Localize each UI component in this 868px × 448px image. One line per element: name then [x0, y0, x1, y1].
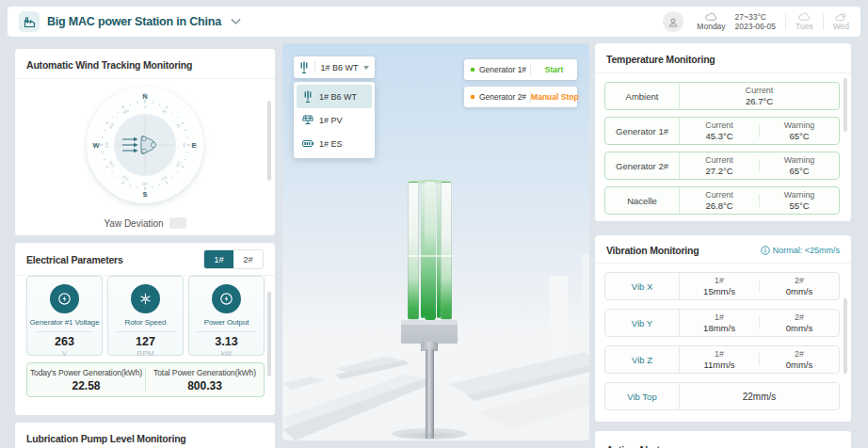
cell-key: 2# [760, 349, 839, 360]
generator-1-control[interactable]: Generator 1# Start [464, 59, 577, 80]
weather-day2[interactable]: Tues [796, 12, 813, 32]
temp-row-nacelle: Nacelle Current26.8°C Warning55°C [604, 186, 840, 215]
cell-key: Current [680, 190, 759, 201]
metric-label: Power Output [189, 318, 264, 328]
cell-value: 65°C [760, 131, 839, 142]
wind-tracking-panel: Automatic Wind Tracking Monitoring 03060… [15, 49, 275, 235]
cell-key: Current [680, 120, 759, 132]
voltage-icon [50, 284, 79, 313]
power-generation-summary: Today's Power Generation(kWh) 22.58 Tota… [26, 362, 265, 397]
yaw-deviation-label: Yaw Deviation [104, 218, 163, 229]
temperature-panel: Temperature Monitoring Ambient Current26… [595, 43, 851, 221]
cell-value: 65°C [760, 166, 839, 177]
lubrication-panel: Lubrication Pump Level Monitoring [15, 423, 275, 448]
scrollbar[interactable] [267, 292, 271, 376]
svg-text:S: S [142, 190, 147, 199]
temp-row-ambient: Ambient Current26.7°C [604, 82, 840, 110]
cell-value: 22mm/s [680, 392, 839, 402]
cloud-icon [798, 12, 811, 22]
vib-row-x: Vib X 1#15mm/s 2#0mm/s [604, 272, 840, 300]
scrollbar[interactable] [267, 101, 271, 181]
scrollbar[interactable] [844, 78, 847, 132]
metric-card-rotor: Rotor Speed 127 RPM [107, 276, 184, 356]
header-bar: Big MAC power Station in China Monday 27… [8, 7, 860, 37]
metric-label: Generator #1 Voltage [27, 318, 102, 328]
cell-value: 18mm/s [680, 323, 759, 334]
row-label: Vib Y [605, 318, 679, 328]
vibration-normal-note: Normal: <25mm/s [761, 246, 840, 255]
weather-today: Monday [697, 12, 725, 32]
cell-value: 26.7°C [680, 96, 839, 107]
cell-key: Warning [760, 155, 839, 167]
metric-unit: kW [189, 349, 264, 358]
scrollbar[interactable] [844, 298, 847, 374]
status-dot [471, 95, 474, 99]
row-label: Vib Top [605, 392, 679, 402]
generator-2-action[interactable]: Manual Stop [531, 92, 579, 102]
electrical-panel: Electrical Parameters 1# 2# Generator #1… [15, 243, 275, 415]
avatar[interactable] [663, 11, 683, 32]
dropdown-caret-icon [363, 66, 369, 70]
device-option-es[interactable]: 1# ES [297, 132, 372, 155]
generator-2-label: Generator 2# [479, 92, 526, 102]
compass: 0306090120150180210240270300330 N E S W [87, 87, 203, 203]
today-generation-label: Today's Power Generation(kWh) [27, 368, 145, 377]
generator-2-control[interactable]: Generator 2# Manual Stop [464, 87, 577, 107]
station-selector[interactable]: Big MAC power Station in China [19, 11, 239, 32]
row-label: Vib X [605, 281, 679, 292]
metric-value: 263 [27, 335, 102, 348]
cell-key: 1# [680, 349, 759, 360]
device-option-pv[interactable]: 1# PV [297, 108, 372, 132]
wind-turbine-icon [297, 90, 319, 103]
device-selector[interactable]: 1# B6 WT [294, 56, 375, 78]
status-dot [471, 68, 474, 72]
device-option-wt[interactable]: 1# B6 WT [297, 85, 372, 108]
device-option-label: 1# B6 WT [319, 92, 357, 102]
wind-arrows [122, 137, 138, 152]
generator-1-action[interactable]: Start [531, 65, 577, 74]
weather-day3[interactable]: Wed [833, 12, 849, 32]
action-alert-panel: Action Alert [595, 431, 851, 448]
tab-1[interactable]: 1# [204, 250, 233, 268]
weather-today-day: Monday [697, 22, 725, 32]
info-icon [761, 246, 770, 255]
metric-card-voltage: Generator #1 Voltage 263 V [26, 276, 103, 356]
vibration-title: Vibration Monitoring [606, 245, 699, 256]
cell-key: Warning [760, 190, 839, 201]
turbine-3d-scene: 1# B6 WT 1# B6 WT 1# PV 1# ES Generator … [282, 43, 589, 440]
today-generation: Today's Power Generation(kWh) 22.58 [27, 363, 145, 396]
temperature-title: Temperature Monitoring [595, 43, 851, 72]
cell-value: 26.8°C [680, 200, 759, 212]
wind-turbine-icon [294, 61, 314, 73]
temp-row-gen1: Generator 1# Current45.3°C Warning65°C [604, 117, 840, 145]
power-icon [212, 284, 241, 313]
row-label: Generator 1# [605, 126, 679, 136]
cell-key: 2# [760, 312, 839, 324]
svg-text:W: W [92, 141, 100, 150]
device-option-label: 1# PV [319, 116, 343, 125]
cell-value: 55°C [760, 200, 839, 212]
action-alert-title: Action Alert [595, 431, 851, 448]
row-label: Ambient [605, 91, 679, 102]
vib-row-top: Vib Top 22mm/s [604, 382, 840, 410]
cell-key: Warning [760, 120, 839, 132]
svg-text:N: N [142, 92, 147, 101]
cell-key: Current [680, 86, 839, 97]
station-icon [19, 11, 40, 32]
lubrication-title: Lubrication Pump Level Monitoring [15, 423, 275, 448]
cell-key: Current [680, 155, 759, 167]
chevron-down-icon [232, 14, 241, 24]
metric-unit: V [27, 349, 102, 358]
cell-value: 15mm/s [680, 286, 759, 297]
yaw-deviation-value [169, 217, 186, 229]
rotor-icon [131, 284, 160, 313]
tab-2[interactable]: 2# [233, 250, 263, 268]
cell-value: 0mm/s [760, 323, 839, 334]
solar-panel-icon [297, 115, 319, 125]
electrical-title: Electrical Parameters [26, 254, 123, 265]
row-label: Vib Z [605, 355, 679, 365]
cell-key: 1# [680, 276, 759, 287]
metric-value: 127 [108, 335, 183, 348]
weather-day3-label: Wed [833, 22, 849, 32]
weather-day2-label: Tues [796, 22, 813, 32]
